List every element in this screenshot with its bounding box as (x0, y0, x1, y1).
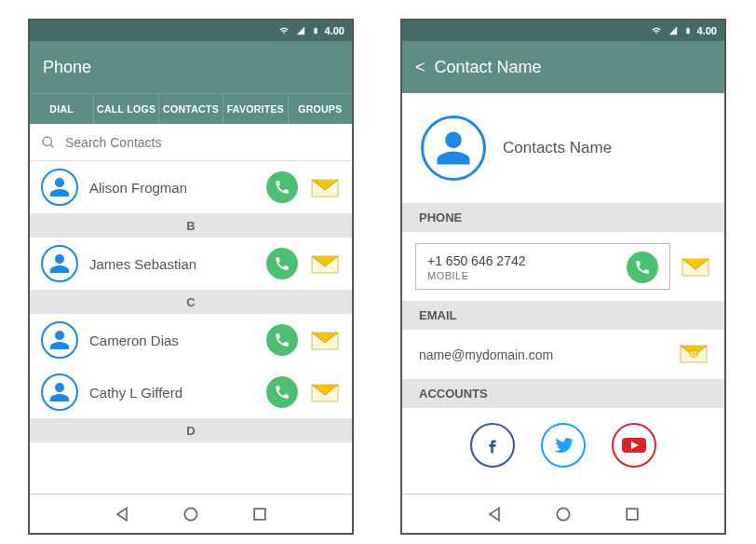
section-header: C (30, 290, 352, 314)
tab-call-logs[interactable]: CALL LOGS (94, 94, 158, 124)
call-button[interactable] (266, 171, 298, 203)
signal-icon (668, 26, 679, 35)
nav-back-icon[interactable] (485, 505, 504, 524)
nav-recent-icon[interactable] (623, 505, 641, 524)
message-button[interactable] (309, 329, 341, 351)
app-title: Contact Name (435, 58, 542, 77)
section-email: EMAIL (402, 301, 724, 330)
contact-name: James Sebastian (89, 256, 255, 272)
tabs: DIAL CALL LOGS CONTACTS FAVORITES GROUPS (30, 93, 352, 124)
contact-row[interactable]: Alison Frogman (30, 161, 352, 213)
app-title: Phone (43, 58, 91, 77)
wifi-icon (651, 26, 662, 35)
email-row[interactable]: name@mydomain.com @ (402, 330, 724, 379)
signal-icon (295, 26, 306, 35)
youtube-icon[interactable] (612, 423, 656, 468)
svg-point-16 (557, 508, 569, 520)
contact-name: Cameron Dias (89, 333, 255, 348)
phone-number: +1 650 646 2742 (427, 253, 627, 268)
nav-recent-icon[interactable] (250, 505, 269, 524)
status-time: 4.00 (697, 25, 717, 36)
email-value: name@mydomain.com (419, 347, 553, 362)
svg-rect-17 (627, 509, 638, 520)
search-placeholder: Search Contacts (65, 135, 162, 150)
svg-rect-8 (254, 509, 265, 520)
nav-back-icon[interactable] (113, 505, 131, 524)
contact-row[interactable]: Cameron Dias (30, 314, 352, 366)
contact-name: Cathy L Gifferd (89, 385, 255, 401)
phone-type: MOBILE (427, 270, 627, 281)
tab-dial[interactable]: DIAL (30, 94, 94, 124)
search-icon (41, 135, 56, 150)
search-bar[interactable]: Search Contacts (30, 124, 352, 161)
contact-row[interactable]: James Sebastian (30, 238, 352, 290)
facebook-icon[interactable] (470, 423, 515, 468)
avatar (41, 321, 78, 359)
nav-home-icon[interactable] (182, 505, 200, 524)
message-button[interactable] (309, 176, 341, 198)
tab-favorites[interactable]: FAVORITES (223, 94, 288, 124)
social-accounts (402, 408, 724, 483)
call-button[interactable] (266, 324, 298, 356)
back-button[interactable]: < (415, 58, 425, 77)
contact-list[interactable]: Alison Frogman B James Sebastian C Camer… (30, 161, 352, 494)
app-bar: Phone (30, 41, 352, 93)
contact-header: Contacts Name (402, 93, 724, 203)
avatar (41, 169, 78, 206)
call-button[interactable] (266, 248, 298, 279)
svg-marker-15 (490, 508, 499, 520)
battery-icon (684, 25, 692, 36)
contact-name: Alison Frogman (89, 180, 255, 196)
twitter-icon[interactable] (541, 423, 586, 468)
avatar (41, 245, 78, 282)
battery-icon (312, 25, 319, 36)
status-bar: 4.00 (402, 20, 724, 41)
phone-card[interactable]: +1 650 646 2742 MOBILE (415, 243, 670, 290)
android-nav-bar (30, 494, 352, 533)
avatar (41, 374, 78, 411)
app-bar: < Contact Name (402, 41, 724, 93)
status-bar: 4.00 (30, 20, 352, 41)
section-accounts: ACCOUNTS (402, 379, 724, 408)
message-button[interactable] (680, 255, 711, 278)
call-button[interactable] (627, 252, 658, 283)
contact-row[interactable]: Cathy L Gifferd (30, 366, 352, 418)
message-button[interactable] (309, 252, 341, 275)
device-phone-list: 4.00 Phone DIAL CALL LOGS CONTACTS FAVOR… (28, 19, 354, 535)
phone-row: +1 650 646 2742 MOBILE (402, 232, 724, 301)
status-time: 4.00 (325, 25, 344, 36)
avatar (421, 116, 486, 181)
call-button[interactable] (266, 376, 298, 408)
wifi-icon (278, 26, 290, 35)
message-button[interactable] (309, 381, 341, 403)
svg-text:@: @ (690, 349, 697, 358)
section-phone: PHONE (402, 203, 724, 232)
svg-marker-6 (117, 508, 127, 520)
android-nav-bar (402, 494, 724, 533)
section-header: D (30, 418, 352, 442)
device-contact-detail: 4.00 < Contact Name Contacts Name PHONE … (400, 19, 726, 535)
svg-line-1 (50, 144, 53, 147)
contact-name: Contacts Name (503, 139, 612, 157)
svg-point-0 (43, 137, 51, 145)
email-button[interactable]: @ (680, 343, 708, 366)
tab-groups[interactable]: GROUPS (289, 94, 352, 124)
tab-contacts[interactable]: CONTACTS (159, 94, 223, 124)
svg-point-7 (184, 508, 196, 520)
nav-home-icon[interactable] (554, 505, 573, 524)
section-header: B (30, 213, 352, 238)
